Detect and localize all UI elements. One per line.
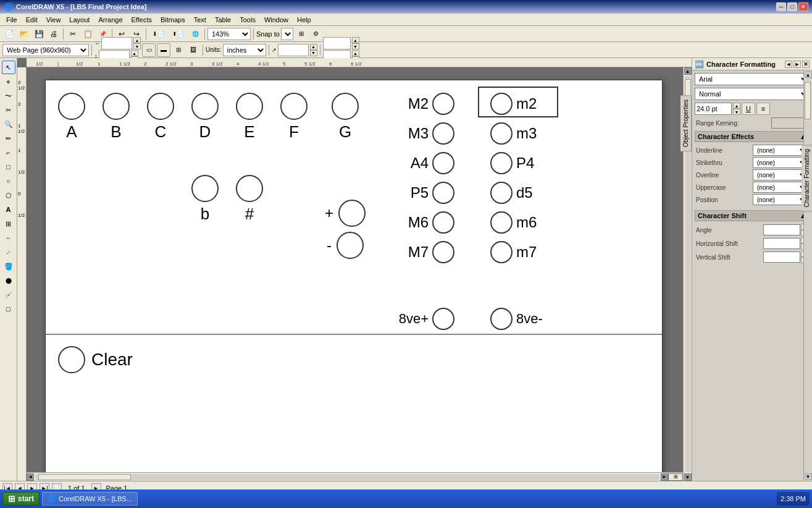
scale1-down[interactable]: ▼ (352, 43, 359, 49)
hscroll-thumb[interactable] (38, 474, 131, 480)
circle-A4[interactable] (432, 152, 454, 174)
overline-dropdown[interactable]: (none) (753, 169, 808, 180)
circle-plus[interactable] (338, 200, 366, 227)
horizontal-scrollbar[interactable]: ◄ ► ⊞ (27, 472, 683, 481)
dimension-tool[interactable]: ↔ (2, 231, 15, 245)
object-properties-tab[interactable]: Object Properties (680, 95, 692, 151)
circle-clear[interactable] (58, 346, 85, 373)
panel-scroll-down[interactable]: ▼ (805, 473, 812, 480)
align-right-button[interactable]: ≡ (756, 103, 770, 115)
nudge-down[interactable]: ▼ (310, 50, 317, 56)
units-dropdown[interactable]: inches (223, 44, 266, 56)
panel-arrow-left[interactable]: ◄ (785, 61, 792, 68)
circle-d5[interactable] (490, 182, 513, 204)
panel-scrollbar[interactable]: ▲ ▼ (803, 70, 812, 481)
outline-tool[interactable]: ▢ (2, 302, 15, 316)
landscape-button[interactable]: ▬ (157, 43, 170, 57)
portrait-button[interactable]: ▭ (142, 43, 156, 57)
menu-bitmaps[interactable]: Bitmaps (157, 15, 189, 25)
menu-file[interactable]: File (2, 15, 21, 25)
font-name-dropdown[interactable]: Arial (695, 73, 810, 85)
circle-minus[interactable] (337, 232, 364, 259)
scale1-up[interactable]: ▲ (352, 37, 359, 43)
start-button[interactable]: ⊞ start (2, 492, 40, 506)
smart-draw-tool[interactable]: ⌐ (2, 146, 15, 159)
circle-M3[interactable] (432, 122, 454, 145)
underline-dropdown[interactable]: (none) (753, 145, 808, 156)
font-style-dropdown[interactable]: Normal Bold Italic (695, 88, 810, 100)
underline-format-button[interactable]: U (742, 103, 755, 115)
freehand-tool[interactable]: ✏ (2, 132, 15, 145)
options-button[interactable]: ⚙ (309, 27, 323, 41)
circle-m3[interactable] (490, 122, 513, 145)
nudge-up[interactable]: ▲ (310, 44, 317, 50)
rect-tool[interactable]: □ (2, 160, 15, 174)
circle-b[interactable] (103, 93, 130, 120)
close-button[interactable]: ✕ (798, 2, 808, 11)
copy-button[interactable]: 📋 (81, 27, 94, 41)
menu-text[interactable]: Text (190, 15, 210, 25)
circle-P4[interactable] (490, 152, 513, 174)
circle-c[interactable] (147, 93, 174, 120)
scale1-input[interactable]: 1.0 " (323, 37, 351, 49)
panel-arrow-right[interactable]: ► (793, 61, 801, 68)
shape-tool[interactable]: ⋄ (2, 75, 15, 88)
page-size-dropdown[interactable]: Web Page (960x960) (2, 44, 89, 56)
circle-8ve-minus[interactable] (490, 308, 513, 330)
snap-toggle[interactable]: ⊞ (295, 27, 308, 41)
clear-label[interactable]: Clear (91, 350, 133, 370)
height-up[interactable]: ▲ (131, 50, 138, 56)
circle-m6[interactable] (490, 211, 513, 234)
menu-help[interactable]: Help (293, 15, 315, 25)
menu-window[interactable]: Window (261, 15, 292, 25)
snap-to-dropdown[interactable] (281, 28, 293, 40)
width-down[interactable]: ▼ (133, 43, 141, 49)
zoom-dropdown[interactable]: 143% 100% 75% (207, 28, 251, 40)
char-formatting-tab[interactable]: Character Formatting (802, 145, 812, 211)
circle-M6[interactable] (432, 211, 454, 234)
circle-P5[interactable] (432, 182, 454, 204)
zoom-fit-button[interactable]: ⊞ (668, 473, 683, 481)
position-dropdown[interactable]: (none) (753, 194, 808, 205)
fill-tool[interactable]: 🪣 (2, 260, 15, 273)
hscroll-track[interactable] (35, 474, 659, 480)
taskbar-coreldraw[interactable]: 🌀 CorelDRAW X5 - [LBS... (42, 492, 138, 506)
circle-m7[interactable] (490, 241, 513, 263)
uppercase-dropdown[interactable]: (none) (753, 182, 808, 193)
cut-button[interactable]: ✂ (66, 27, 80, 41)
menu-tools[interactable]: Tools (236, 15, 259, 25)
font-size-up[interactable]: ▲ (733, 103, 740, 109)
new-button[interactable]: 📄 (2, 27, 16, 41)
polygon-tool[interactable]: ⬡ (2, 188, 15, 202)
eyedropper-tool[interactable]: 💉 (2, 288, 15, 302)
circle-e[interactable] (236, 93, 263, 120)
menu-arrange[interactable]: Arrange (94, 15, 126, 25)
menu-layout[interactable]: Layout (65, 15, 93, 25)
nudge-input[interactable]: 0.01 " (278, 44, 309, 56)
import-button[interactable]: ⬇📄 (149, 27, 167, 41)
export-button[interactable]: ⬆📄 (169, 27, 187, 41)
save-button[interactable]: 💾 (32, 27, 46, 41)
panel-scroll-track[interactable] (804, 79, 812, 472)
connector-tool[interactable]: ⟋ (2, 245, 15, 259)
circle-M2[interactable] (432, 93, 454, 115)
open-button[interactable]: 📂 (17, 27, 31, 41)
circle-8ve-plus[interactable] (432, 308, 454, 330)
width-up[interactable]: ▲ (133, 37, 141, 43)
circle-d[interactable] (191, 93, 219, 120)
page-bg-button[interactable]: 🖼 (186, 43, 200, 57)
panel-scroll-up[interactable]: ▲ (805, 71, 812, 78)
page-width-input[interactable]: 10.0 " (101, 37, 132, 49)
drawing-canvas[interactable]: A B C (27, 67, 692, 481)
menu-view[interactable]: View (43, 15, 65, 25)
page-layout-button[interactable]: ⊞ (172, 43, 185, 57)
maximize-button[interactable]: □ (787, 2, 797, 11)
char-effects-section-header[interactable]: Character Effects ▲ (695, 131, 810, 142)
ellipse-tool[interactable]: ○ (2, 174, 15, 188)
scale2-up[interactable]: ▲ (352, 50, 359, 56)
scroll-down-button[interactable]: ▼ (684, 473, 692, 481)
publish-button[interactable]: 🌐 (188, 27, 202, 41)
circle-e-sub[interactable] (236, 175, 263, 202)
smear-tool[interactable]: 〜 (2, 89, 15, 103)
strikethru-dropdown[interactable]: (none) (753, 157, 808, 168)
